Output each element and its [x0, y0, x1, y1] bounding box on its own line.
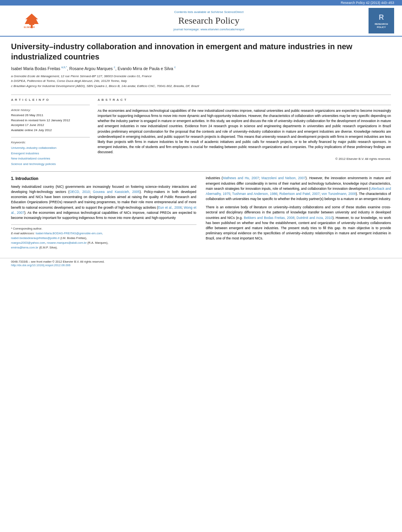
abstract-col: A B S T R A C T As the economies and ind… [98, 98, 391, 167]
issn-line: 0048-7333/$ – see front matter © 2012 El… [11, 260, 391, 263]
bottom-bar: 0048-7333/$ – see front matter © 2012 El… [0, 258, 402, 269]
svg-text:ELSEVIER: ELSEVIER [24, 26, 35, 28]
header-divider [11, 95, 391, 95]
affiliation-a: a Grenoble Ecole de Management, 12 rue P… [11, 74, 391, 79]
sciverse-line: Contents lists available at SciVerse Sci… [55, 10, 363, 14]
intro-para-1: Newly industrialized country (NIC) gover… [11, 184, 196, 221]
intro-para-3: There is an extensive body of literature… [206, 205, 391, 241]
doi-line: http://dx.doi.org/10.1016/j.respol.2012.… [11, 263, 391, 267]
keywords-divider [11, 137, 90, 137]
affiliation-b: b DISPEA, Politecnico di Torino, Corso D… [11, 79, 391, 84]
rp-logo: R RESEARCH POLICY [369, 8, 394, 33]
keywords-label: Keywords: [11, 141, 90, 144]
affiliation-c: c Brazilian Agency for Industrial Develo… [11, 84, 391, 89]
keyword-2[interactable]: Emergent industries [11, 151, 90, 156]
elsevier-logo-area: ELSEVIER [8, 13, 55, 29]
intro-heading: 1. Introduction [11, 176, 196, 182]
copyright-line: © 2012 Elsevier B.V. All rights reserved… [98, 157, 391, 161]
keyword-4[interactable]: Science and technology policies [11, 161, 90, 167]
homepage-link[interactable]: www.elsevier.com/locate/respol [200, 28, 244, 31]
rp-logo-area: R RESEARCH POLICY [363, 8, 394, 33]
journal-citation-text: Research Policy 42 (2013) 443–453 [341, 1, 394, 5]
introduction-section: 1. Introduction Newly industrialized cou… [11, 176, 391, 250]
article-info-abstract-section: A R T I C L E I N F O Article history: R… [11, 98, 391, 167]
abstract-heading: A B S T R A C T [98, 98, 391, 102]
intro-para-2: industries (Mathews and Hu, 2007; Mazzol… [206, 176, 391, 202]
journal-header: ELSEVIER Contents lists available at Sci… [0, 6, 402, 37]
main-content: University–industry collaboration and in… [0, 37, 402, 255]
keyword-3[interactable]: New industrialized countries [11, 156, 90, 161]
keyword-1[interactable]: University–industry collaboration [11, 145, 90, 151]
article-info-col: A R T I C L E I N F O Article history: R… [11, 98, 90, 167]
article-title: University–industry collaboration and in… [11, 41, 391, 62]
doi-link[interactable]: http://dx.doi.org/10.1016/j.respol.2012.… [11, 263, 70, 267]
corresponding-author-note: * Corresponding author. [11, 226, 196, 231]
body-divider [11, 171, 391, 172]
journal-homepage: journal homepage: www.elsevier.com/locat… [55, 28, 363, 31]
available-date: Available online 24 July 2012 [11, 128, 90, 133]
abstract-divider [98, 105, 391, 105]
email-footnote: E-mail addresses: Isabel-Maria.BODAS-FRE… [11, 231, 196, 236]
author-1: Isabel Maria Bodas Freitas [11, 66, 61, 71]
article-info-divider [11, 105, 90, 105]
abstract-text: As the economies and indigenous technolo… [98, 108, 391, 155]
journal-title: Research Policy [55, 15, 363, 26]
intro-col-right: industries (Mathews and Hu, 2007; Mazzol… [206, 176, 391, 250]
intro-col-left: 1. Introduction Newly industrialized cou… [11, 176, 196, 250]
authors-line: Isabel Maria Bodas Freitas a,b,*, Rosane… [11, 66, 391, 71]
journal-header-center: Contents lists available at SciVerse Sci… [55, 10, 363, 31]
received-revised-date: Received in revised form 12 January 2012 [11, 118, 90, 123]
article-info-heading: A R T I C L E I N F O [11, 98, 90, 102]
accepted-date: Accepted 17 June 2012 [11, 123, 90, 128]
journal-citation-bar: Research Policy 42 (2013) 443–453 [0, 0, 402, 6]
footnote-area: * Corresponding author. E-mail addresses… [11, 224, 196, 250]
affiliations: a Grenoble Ecole de Management, 12 rue P… [11, 74, 391, 89]
elsevier-tree-icon: ELSEVIER [21, 13, 43, 29]
received-date: Received 26 May 2011 [11, 113, 90, 118]
svg-marker-1 [24, 13, 38, 25]
sciverse-link[interactable]: SciVerse ScienceDirect [211, 10, 243, 14]
history-label: Article history: [11, 108, 90, 112]
